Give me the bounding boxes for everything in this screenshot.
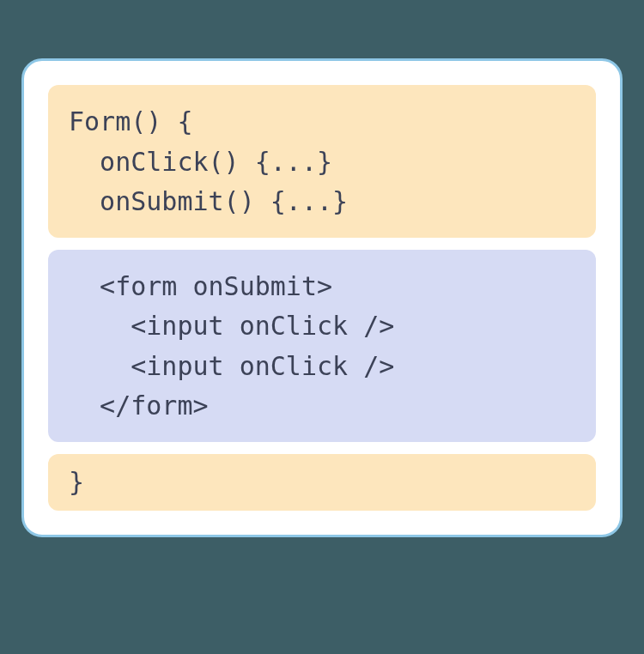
code-block-jsx-body: <form onSubmit> <input onClick /> <input… [48,250,596,442]
code-block-js-header: Form() { onClick() {...} onSubmit() {...… [48,85,596,238]
component-card: Form() { onClick() {...} onSubmit() {...… [21,58,623,537]
code-block-js-footer: } [48,454,596,512]
